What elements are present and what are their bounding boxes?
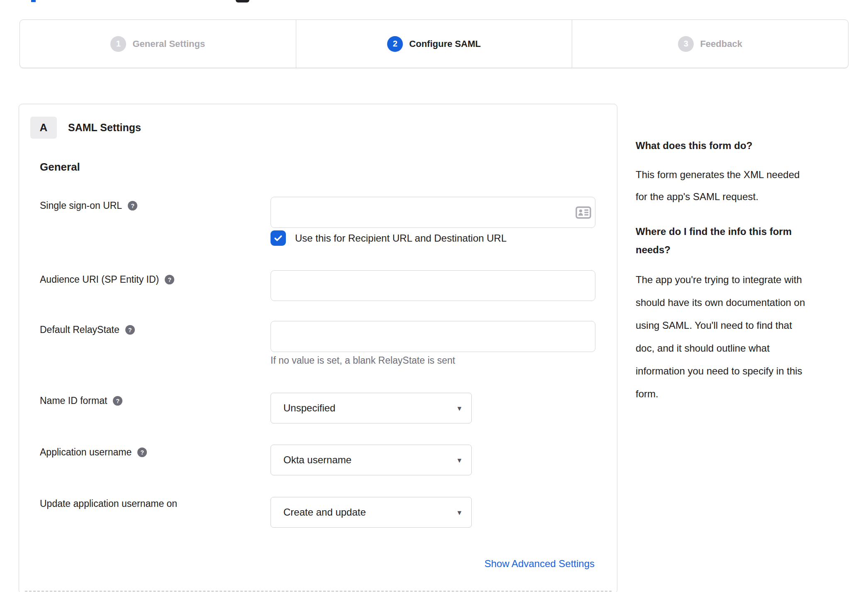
update-username-select[interactable]: Create and update ▾ [271,497,472,528]
step-label: Feedback [700,39,742,49]
panel-title: SAML Settings [68,122,141,134]
app-username-select[interactable]: Okta username ▾ [271,445,472,475]
audience-uri-label: Audience URI (SP Entity ID) [40,274,159,285]
show-advanced-settings-link[interactable]: Show Advanced Settings [484,558,595,570]
cutoff-header-logo-fragment [236,0,249,2]
sso-url-input-wrap [271,197,595,228]
sidebar-paragraph-where: The app you're trying to integrate with … [636,268,845,405]
contact-card-icon [575,206,591,219]
sidebar-paragraph-what: This form generates the XML needed for t… [636,164,845,208]
app-username-label: Application username [40,447,132,458]
wizard-stepper: 1 General Settings 2 Configure SAML 3 Fe… [20,20,848,68]
audience-uri-input[interactable] [271,270,595,301]
sso-url-label: Single sign-on URL [40,200,122,211]
relaystate-label: Default RelayState [40,324,119,335]
sso-url-input[interactable] [271,197,595,228]
recipient-url-checkbox-row: Use this for Recipient URL and Destinati… [271,230,507,246]
help-icon[interactable]: ? [125,325,135,335]
help-icon[interactable]: ? [137,448,147,457]
section-a-badge: A [30,117,57,139]
sidebar-heading-where: Where do I find the info this form needs… [636,223,845,259]
dropdown-arrow-icon: ▾ [457,509,461,516]
help-icon[interactable]: ? [165,275,174,284]
name-id-format-label: Name ID format [40,395,107,406]
sidebar-heading-what: What does this form do? [636,139,845,152]
app-username-value: Okta username [283,454,351,466]
name-id-format-label-row: Name ID format ? [40,395,122,406]
name-id-format-select[interactable]: Unspecified ▾ [271,393,472,423]
configure-saml-page: 1 General Settings 2 Configure SAML 3 Fe… [0,0,868,592]
step-number-badge: 2 [387,36,403,52]
checkmark-icon [273,233,283,243]
step-label: Configure SAML [409,39,480,49]
step-number-badge: 3 [678,36,694,52]
relaystate-input[interactable] [271,321,595,352]
step-general-settings[interactable]: 1 General Settings [20,20,296,68]
general-section-heading: General [40,161,80,174]
update-username-value: Create and update [283,506,366,518]
relaystate-hint: If no value is set, a blank RelayState i… [271,355,455,366]
recipient-url-checkbox-label: Use this for Recipient URL and Destinati… [295,232,507,244]
dropdown-arrow-icon: ▾ [457,456,461,464]
step-configure-saml[interactable]: 2 Configure SAML [296,20,572,68]
app-username-label-row: Application username ? [40,447,147,458]
cutoff-header-blue-fragment [31,0,36,2]
saml-settings-panel: A SAML Settings General Single sign-on U… [19,104,617,592]
step-label: General Settings [132,39,205,49]
help-icon[interactable]: ? [128,201,137,210]
section-dashed-divider [25,591,612,592]
step-feedback[interactable]: 3 Feedback [572,20,848,68]
audience-uri-label-row: Audience URI (SP Entity ID) ? [40,274,174,285]
sso-url-label-row: Single sign-on URL ? [40,200,137,211]
name-id-format-value: Unspecified [283,402,335,414]
panel-header: A SAML Settings [30,117,141,139]
update-username-label-row: Update application username on [40,498,177,509]
relaystate-label-row: Default RelayState ? [40,324,135,335]
help-sidebar: What does this form do? This form genera… [636,139,845,405]
help-icon[interactable]: ? [113,396,122,406]
recipient-url-checkbox[interactable] [271,230,286,246]
dropdown-arrow-icon: ▾ [457,404,461,412]
step-number-badge: 1 [110,36,126,52]
update-username-label: Update application username on [40,498,177,509]
